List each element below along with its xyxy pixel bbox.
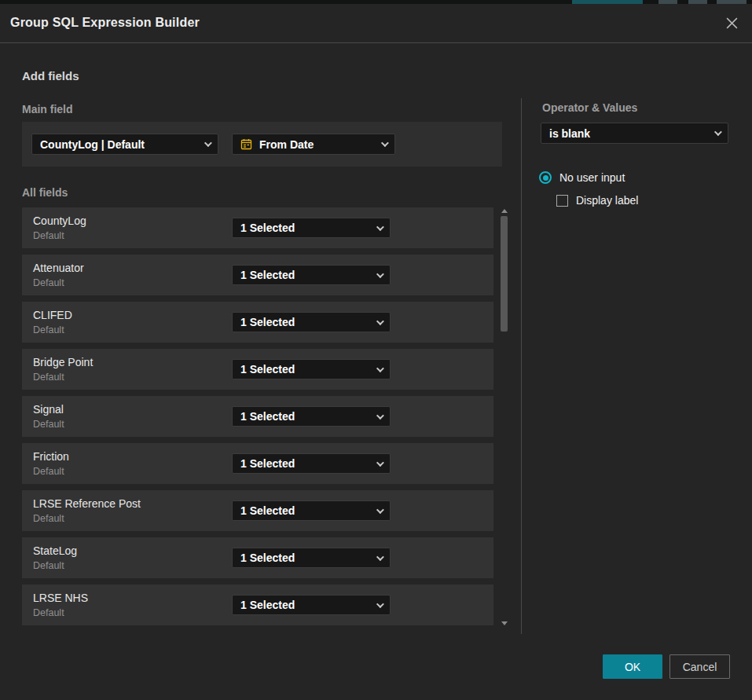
display-label-text[interactable]: Display label — [576, 194, 638, 207]
chevron-down-icon — [376, 317, 384, 325]
chevron-down-icon — [376, 223, 384, 231]
field-name: Bridge Point — [33, 356, 93, 368]
field-row-lrse-reference-post: LRSE Reference Post Default 1 Selected — [22, 490, 493, 531]
field-selection-value: 1 Selected — [240, 269, 370, 281]
operator-value: is blank — [549, 127, 708, 140]
display-label-option: Display label — [556, 194, 638, 207]
field-row-friction: Friction Default 1 Selected — [22, 443, 493, 484]
field-selection-value: 1 Selected — [240, 316, 370, 328]
main-field-section: CountyLog | Default From Date — [22, 122, 502, 167]
chevron-down-icon — [376, 459, 384, 467]
field-row-lrse-nhs: LRSE NHS Default 1 Selected — [22, 585, 493, 625]
add-fields-heading: Add fields — [22, 69, 79, 82]
all-fields-list: CountyLog Default 1 Selected Attenuator … — [22, 207, 493, 632]
chevron-down-icon — [376, 600, 384, 608]
field-selection-dropdown[interactable]: 1 Selected — [232, 265, 391, 285]
cancel-button[interactable]: Cancel — [669, 654, 730, 679]
field-name: Friction — [33, 450, 69, 463]
ok-button[interactable]: OK — [603, 654, 662, 679]
main-field-source-dropdown[interactable]: CountyLog | Default — [31, 134, 218, 155]
dialog-title: Group SQL Expression Builder — [10, 16, 200, 30]
main-field-source-value: CountyLog | Default — [40, 138, 198, 151]
operator-dropdown[interactable]: is blank — [541, 123, 728, 144]
field-selection-value: 1 Selected — [240, 222, 370, 234]
chevron-down-icon — [381, 139, 389, 147]
chevron-down-icon — [376, 412, 384, 420]
field-selection-value: 1 Selected — [240, 363, 370, 376]
field-selection-value: 1 Selected — [240, 504, 370, 517]
field-row-clifed: CLIFED Default 1 Selected — [22, 302, 493, 343]
list-scrollbar[interactable] — [501, 204, 509, 629]
field-name: Attenuator — [33, 262, 84, 274]
display-label-checkbox[interactable] — [556, 195, 568, 207]
field-selection-dropdown[interactable]: 1 Selected — [232, 548, 391, 568]
field-sublabel: Default — [33, 277, 64, 288]
calendar-icon — [240, 138, 252, 150]
field-name: Signal — [33, 403, 64, 416]
chevron-down-icon — [204, 139, 212, 147]
radio-selected-dot — [543, 175, 548, 181]
no-user-input-radio[interactable] — [539, 171, 552, 184]
chevron-down-icon — [376, 553, 384, 561]
operator-values-heading: Operator & Values — [542, 101, 637, 114]
field-name: CLIFED — [33, 309, 72, 321]
field-sublabel: Default — [33, 560, 64, 571]
field-selection-dropdown[interactable]: 1 Selected — [232, 218, 391, 238]
field-selection-dropdown[interactable]: 1 Selected — [232, 500, 391, 521]
field-row-signal: Signal Default 1 Selected — [22, 396, 493, 437]
field-selection-dropdown[interactable]: 1 Selected — [232, 453, 391, 474]
group-sql-expression-builder-dialog: Group SQL Expression Builder Add fields … — [0, 4, 752, 700]
field-sublabel: Default — [33, 372, 64, 383]
main-field-field-dropdown[interactable]: From Date — [232, 134, 395, 155]
field-row-countylog: CountyLog Default 1 Selected — [22, 207, 493, 248]
field-selection-dropdown[interactable]: 1 Selected — [232, 359, 391, 379]
main-field-field-value: From Date — [259, 138, 375, 151]
no-user-input-label[interactable]: No user input — [559, 171, 625, 184]
field-row-statelog: StateLog Default 1 Selected — [22, 537, 493, 578]
field-selection-dropdown[interactable]: 1 Selected — [232, 312, 391, 332]
scrollbar-down-arrow-icon[interactable] — [501, 621, 508, 625]
field-name: LRSE NHS — [33, 592, 88, 604]
field-sublabel: Default — [33, 466, 64, 477]
field-sublabel: Default — [33, 324, 64, 335]
main-field-label: Main field — [22, 103, 73, 115]
field-selection-value: 1 Selected — [240, 599, 370, 611]
field-selection-dropdown[interactable]: 1 Selected — [232, 406, 391, 427]
field-selection-dropdown[interactable]: 1 Selected — [232, 595, 391, 615]
chevron-down-icon — [376, 506, 384, 514]
field-name: CountyLog — [33, 214, 86, 227]
chevron-down-icon — [376, 270, 384, 278]
dialog-header: Group SQL Expression Builder — [0, 4, 752, 43]
field-sublabel: Default — [33, 419, 64, 430]
field-selection-value: 1 Selected — [240, 552, 370, 564]
field-name: LRSE Reference Post — [33, 497, 141, 510]
field-row-attenuator: Attenuator Default 1 Selected — [22, 255, 493, 295]
field-sublabel: Default — [33, 607, 64, 618]
chevron-down-icon — [714, 128, 722, 136]
scrollbar-up-arrow-icon[interactable] — [501, 209, 508, 213]
field-sublabel: Default — [33, 513, 64, 524]
field-sublabel: Default — [33, 230, 64, 241]
all-fields-label: All fields — [22, 186, 68, 199]
scrollbar-thumb[interactable] — [501, 216, 508, 332]
close-icon[interactable] — [723, 14, 740, 31]
field-selection-value: 1 Selected — [240, 410, 370, 423]
field-row-bridge-point: Bridge Point Default 1 Selected — [22, 349, 493, 390]
field-name: StateLog — [33, 544, 77, 557]
no-user-input-option: No user input — [539, 171, 625, 184]
field-selection-value: 1 Selected — [240, 457, 370, 470]
panel-divider — [521, 98, 522, 634]
chevron-down-icon — [376, 365, 384, 372]
